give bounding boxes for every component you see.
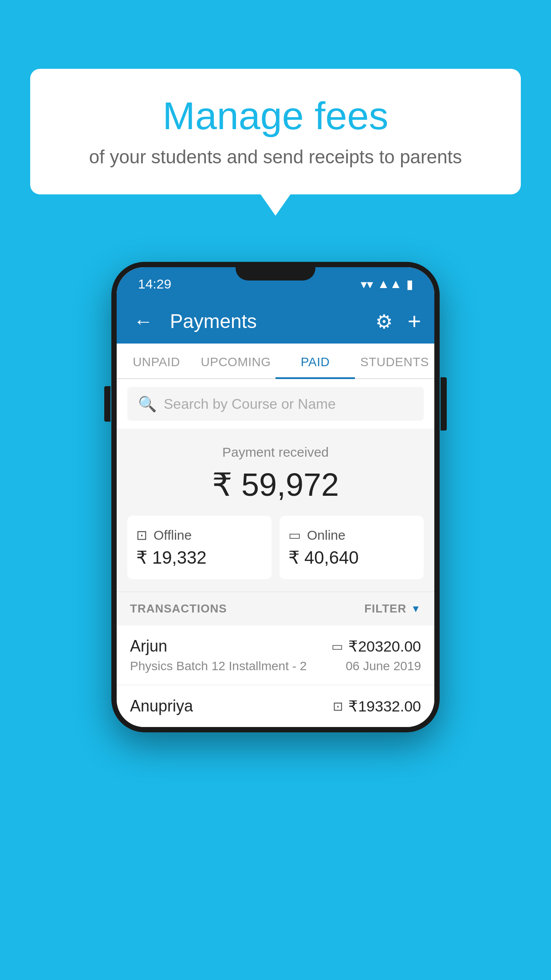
card-icon: ▭ xyxy=(331,639,343,654)
online-label: Online xyxy=(307,528,346,543)
transactions-header: TRANSACTIONS FILTER ▼ xyxy=(117,592,434,625)
transaction-amount: ₹20320.00 xyxy=(348,637,421,655)
tab-students[interactable]: STUDENTS xyxy=(355,344,434,378)
tab-paid[interactable]: PAID xyxy=(276,344,355,378)
bubble-title: Manage fees xyxy=(57,93,494,138)
payment-received-label: Payment received xyxy=(127,445,424,460)
filter-button[interactable]: FILTER ▼ xyxy=(364,602,421,616)
table-row[interactable]: Anupriya ⊡ ₹19332.00 xyxy=(117,685,434,727)
app-bar: ← Payments ⚙ + xyxy=(117,299,434,344)
phone-frame: 14:29 ▾▾ ▲▲ ▮ ← Payments ⚙ + UNPAID xyxy=(111,262,440,732)
payment-cards: ⊡ Offline ₹ 19,332 ▭ Online ₹ 40,640 xyxy=(127,516,424,579)
online-icon: ▭ xyxy=(288,527,301,543)
search-box[interactable]: 🔍 Search by Course or Name xyxy=(127,387,424,421)
wifi-icon: ▾▾ xyxy=(361,277,373,292)
status-icons: ▾▾ ▲▲ ▮ xyxy=(361,277,413,292)
transactions-label: TRANSACTIONS xyxy=(130,602,227,616)
app-bar-title: Payments xyxy=(170,310,366,332)
payment-summary: Payment received ₹ 59,972 ⊡ Offline ₹ 19… xyxy=(117,429,434,592)
transaction-amount-wrap: ⊡ ₹19332.00 xyxy=(333,697,421,715)
signal-icon: ▲▲ xyxy=(378,277,402,291)
tab-upcoming[interactable]: UPCOMING xyxy=(196,344,276,378)
offline-icon: ⊡ xyxy=(136,527,147,543)
table-row[interactable]: Arjun ▭ ₹20320.00 Physics Batch 12 Insta… xyxy=(117,625,434,685)
phone-screen: 14:29 ▾▾ ▲▲ ▮ ← Payments ⚙ + UNPAID xyxy=(117,267,434,727)
phone-notch xyxy=(236,262,315,281)
offline-label: Offline xyxy=(153,528,192,543)
search-container: 🔍 Search by Course or Name xyxy=(117,379,434,429)
add-button[interactable]: + xyxy=(408,308,421,335)
filter-icon: ▼ xyxy=(411,603,421,615)
tab-unpaid[interactable]: UNPAID xyxy=(117,344,196,378)
speech-bubble: Manage fees of your students and send re… xyxy=(30,69,521,194)
online-card: ▭ Online ₹ 40,640 xyxy=(279,516,424,579)
payment-total: ₹ 59,972 xyxy=(127,466,424,503)
cash-icon: ⊡ xyxy=(333,699,343,714)
phone-mockup: 14:29 ▾▾ ▲▲ ▮ ← Payments ⚙ + UNPAID xyxy=(111,262,440,732)
search-icon: 🔍 xyxy=(138,395,157,413)
transaction-amount: ₹19332.00 xyxy=(348,697,421,715)
online-amount: ₹ 40,640 xyxy=(288,547,415,568)
filter-text: FILTER xyxy=(364,602,406,616)
transaction-amount-wrap: ▭ ₹20320.00 xyxy=(331,637,421,655)
transaction-name: Anupriya xyxy=(130,697,193,715)
settings-icon[interactable]: ⚙ xyxy=(375,310,393,333)
search-placeholder: Search by Course or Name xyxy=(164,396,336,412)
transaction-name: Arjun xyxy=(130,637,167,656)
status-time: 14:29 xyxy=(138,277,171,292)
offline-card: ⊡ Offline ₹ 19,332 xyxy=(127,516,272,579)
offline-amount: ₹ 19,332 xyxy=(136,547,263,568)
bubble-subtitle: of your students and send receipts to pa… xyxy=(57,146,494,168)
tab-bar: UNPAID UPCOMING PAID STUDENTS xyxy=(117,344,434,379)
back-button[interactable]: ← xyxy=(130,307,157,336)
battery-icon: ▮ xyxy=(406,277,413,292)
transaction-course: Physics Batch 12 Installment - 2 xyxy=(130,659,307,673)
transaction-date: 06 June 2019 xyxy=(346,659,421,673)
